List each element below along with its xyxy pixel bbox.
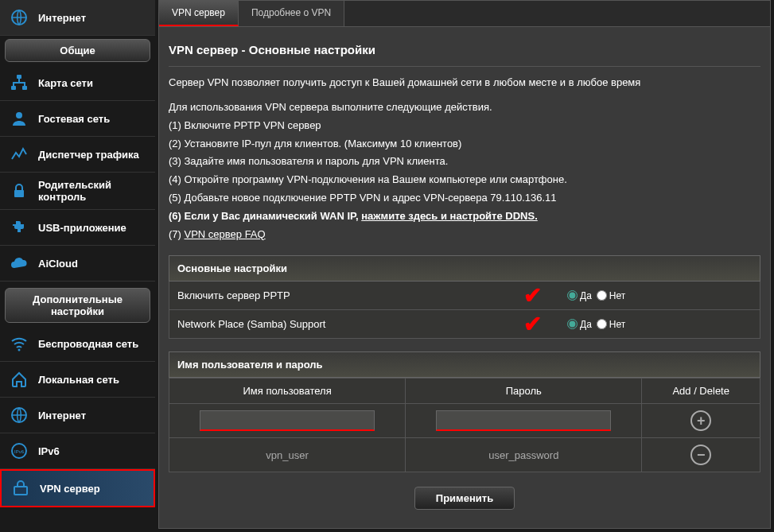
- sidebar-item-usb-app[interactable]: USB-приложение: [0, 210, 155, 246]
- step-7-prefix: (7): [169, 228, 185, 240]
- check-icon: [523, 311, 542, 337]
- sidebar-item-label: VPN сервер: [40, 483, 100, 495]
- sidebar-item-label: Диспетчер трафика: [38, 149, 139, 161]
- step-4: (4) Откройте программу VPN-подключения н…: [169, 172, 760, 188]
- vpn-faq-link[interactable]: VPN сервер FAQ: [185, 228, 266, 240]
- globe-icon: [8, 404, 30, 426]
- svg-text:IPv6: IPv6: [14, 449, 25, 454]
- user-icon: [8, 107, 30, 130]
- label-enable-pptp: Включить сервер PPTP: [177, 289, 368, 301]
- sidebar: Интернет Общие Карта сети Гостевая сеть …: [0, 0, 155, 532]
- sidebar-item-aicloud[interactable]: AiCloud: [0, 246, 155, 282]
- sidebar-item-label: IPv6: [38, 445, 60, 457]
- radio-samba-yes[interactable]: Да: [567, 319, 592, 330]
- step-6: (6) Если у Вас динамический WAN IP, нажм…: [169, 208, 760, 225]
- svg-rect-3: [22, 86, 27, 90]
- vpn-icon: [10, 477, 32, 499]
- sidebar-item-label: Гостевая сеть: [38, 113, 110, 125]
- tab-vpn-server[interactable]: VPN сервер: [159, 1, 239, 26]
- username-input[interactable]: [200, 410, 375, 431]
- step-6-prefix: (6) Если у Вас динамический WAN IP,: [169, 210, 361, 222]
- table-row: vpn_user user_password −: [169, 438, 760, 472]
- step-3: (3) Задайте имя пользователя и пароль дл…: [169, 153, 760, 170]
- credentials-header: Имя пользователя и пароль: [169, 351, 760, 378]
- cloud-icon: [8, 252, 30, 274]
- step-7: (7) VPN сервер FAQ: [169, 227, 760, 243]
- credentials-table: Имя пользователя Пароль Add / Delete + v…: [169, 378, 760, 472]
- sidebar-item-traffic-manager[interactable]: Диспетчер трафика: [0, 137, 155, 173]
- col-username: Имя пользователя: [169, 379, 406, 404]
- row-samba-support: Network Place (Samba) Support Да Нет: [169, 310, 760, 339]
- ddns-link[interactable]: нажмите здесь и настройте DDNS.: [361, 210, 538, 222]
- steps-block: Для использования VPN сервера выполните …: [169, 99, 760, 243]
- sidebar-item-label: Локальная сеть: [38, 374, 119, 386]
- tabs: VPN сервер Подробнее о VPN: [159, 1, 770, 27]
- step-1: (1) Включите PPTP VPN сервер: [169, 118, 760, 134]
- delete-button[interactable]: −: [690, 445, 711, 465]
- sidebar-item-label: Карта сети: [38, 77, 93, 89]
- sidebar-item-network-map[interactable]: Карта сети: [0, 65, 155, 101]
- radio-pptp-no[interactable]: Нет: [597, 290, 625, 301]
- svg-point-6: [18, 349, 21, 351]
- sidebar-item-ipv6[interactable]: IPv6 IPv6: [0, 433, 155, 469]
- step-5: (5) Добавьте новое подключение PPTP VPN …: [169, 190, 760, 207]
- svg-rect-10: [14, 487, 27, 495]
- sidebar-item-label: Родительский контроль: [38, 179, 147, 203]
- wifi-icon: [8, 332, 30, 355]
- sidebar-item-internet[interactable]: Интернет: [0, 398, 155, 433]
- step-2: (2) Установите IP-пул для клиентов. (Мак…: [169, 136, 760, 153]
- svg-rect-2: [11, 86, 16, 90]
- cell-password: user_password: [406, 438, 642, 472]
- row-enable-pptp: Включить сервер PPTP Да Нет: [169, 282, 760, 310]
- sidebar-item-label: USB-приложение: [38, 222, 126, 234]
- svg-rect-5: [14, 190, 24, 197]
- sidebar-item-guest-network[interactable]: Гостевая сеть: [0, 101, 155, 137]
- radio-samba-no[interactable]: Нет: [597, 319, 625, 330]
- sidebar-section-general: Общие: [5, 39, 150, 62]
- sidebar-item-vpn-server[interactable]: VPN сервер: [0, 469, 155, 507]
- home-icon: [8, 368, 30, 390]
- sidebar-item-wireless[interactable]: Беспроводная сеть: [0, 326, 155, 362]
- sidebar-item-internet-top[interactable]: Интернет: [0, 0, 155, 36]
- sidebar-item-parental-control[interactable]: Родительский контроль: [0, 173, 155, 210]
- sidebar-item-label: AiCloud: [38, 258, 78, 270]
- radio-pptp-yes[interactable]: Да: [567, 290, 592, 301]
- sidebar-item-label: Интернет: [38, 12, 86, 24]
- basic-settings-header: Основные настройки: [169, 255, 760, 282]
- password-input[interactable]: [436, 410, 611, 431]
- tab-about-vpn[interactable]: Подробнее о VPN: [239, 1, 344, 26]
- chart-icon: [8, 143, 30, 165]
- apply-button[interactable]: Применить: [414, 487, 515, 510]
- main-panel: VPN сервер Подробнее о VPN VPN сервер - …: [158, 0, 771, 529]
- svg-point-4: [16, 112, 22, 118]
- sidebar-item-label: Беспроводная сеть: [38, 338, 138, 350]
- label-samba: Network Place (Samba) Support: [177, 318, 368, 330]
- col-password: Пароль: [406, 379, 642, 404]
- sidebar-item-label: Интернет: [38, 410, 86, 421]
- ipv6-icon: IPv6: [8, 440, 30, 462]
- col-action: Add / Delete: [642, 379, 760, 404]
- svg-rect-1: [17, 75, 21, 79]
- intro-text: Сервер VPN позволяет получить доступ к В…: [169, 76, 760, 88]
- globe-icon: [8, 6, 30, 29]
- cell-username: vpn_user: [169, 438, 406, 472]
- check-icon: [523, 282, 542, 309]
- sidebar-section-advanced: Дополнительные настройки: [5, 288, 150, 323]
- steps-heading: Для использования VPN сервера выполните …: [169, 99, 760, 116]
- page-title: VPN сервер - Основные настройки: [169, 43, 760, 67]
- sidebar-item-lan[interactable]: Локальная сеть: [0, 362, 155, 398]
- lock-icon: [8, 180, 30, 202]
- network-icon: [8, 72, 30, 94]
- add-button[interactable]: +: [690, 410, 711, 431]
- table-row-input: +: [169, 404, 760, 438]
- puzzle-icon: [8, 216, 30, 239]
